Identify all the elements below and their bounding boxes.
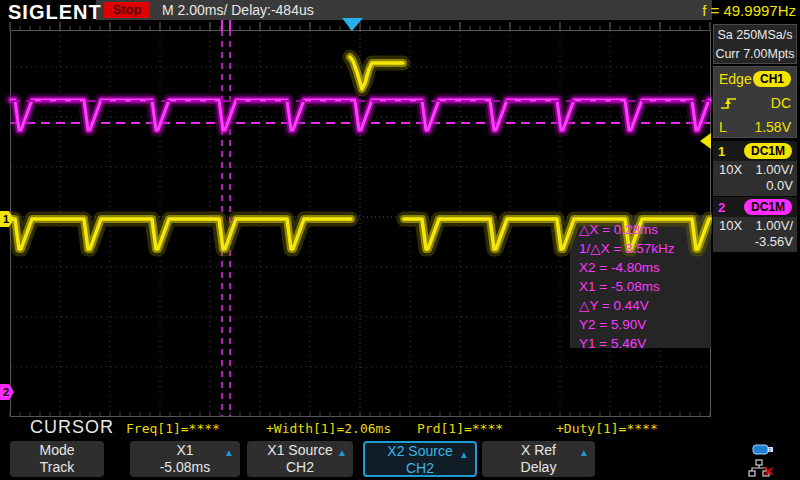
ch2-coupling-badge: DC1M [744, 199, 792, 215]
active-menu-title: CURSOR [30, 417, 114, 438]
cursor-dy: △Y = 0.44V [579, 296, 711, 315]
ch2-scale: 1.00V/ [755, 218, 793, 233]
cursor-y1: Y1 = 5.46V [579, 334, 711, 353]
cursor-x1: X1 = -5.08ms [579, 277, 711, 296]
channel-1-panel[interactable]: 1 DC1M 10X 1.00V/ 0.0V [713, 141, 797, 196]
menu-button-mode[interactable]: Mode Track [10, 441, 104, 477]
ch2-trace [11, 100, 710, 130]
trigger-type: Edge [719, 71, 752, 87]
ch2-probe: 10X [719, 218, 742, 233]
oscilloscope-screen: SIGLENT Stop M 2.00ms/ Delay:-484us f = … [0, 0, 800, 480]
svg-text:2: 2 [3, 386, 9, 398]
ch1-offset: 0.0V [766, 178, 793, 193]
meas-pduty: +Duty[1]=**** [556, 421, 658, 436]
meas-freq: Freq[1]=**** [126, 421, 220, 436]
ch2-offset: -3.56V [755, 234, 793, 249]
meas-pwidth: +Width[1]=2.06ms [266, 421, 391, 436]
ch2-offset-marker[interactable]: 2 [0, 384, 14, 400]
trigger-level-label: L [719, 119, 727, 135]
channel-2-panel[interactable]: 2 DC1M 10X 1.00V/ -3.56V [713, 197, 797, 252]
ch1-displaced-segment [350, 57, 403, 89]
menu-button-x1[interactable]: ▲ X1 -5.08ms [130, 441, 240, 477]
usb-device-icon [752, 443, 776, 456]
trigger-source-badge: CH1 [753, 71, 791, 87]
trigger-coupling: DC [771, 95, 791, 111]
cursor-y2: Y2 = 5.90V [579, 315, 711, 334]
lan-x-icon: ✕ [763, 464, 774, 479]
menu-button-x2-source[interactable]: ▲ X2 Source CH2 [363, 441, 477, 477]
ch1-number: 1 [718, 144, 725, 159]
acquisition-info: Sa 250MSa/s Curr 7.00Mpts [713, 24, 797, 64]
arrow-up-icon: ▲ [579, 444, 589, 461]
sample-rate: Sa 250MSa/s [714, 26, 796, 45]
arrow-up-icon: ▲ [337, 444, 347, 461]
cursor-dx: △X = 0.28ms [579, 220, 711, 239]
rising-edge-icon [719, 95, 739, 111]
arrow-up-icon: ▲ [224, 444, 234, 461]
ch1-scale: 1.00V/ [755, 162, 793, 177]
trigger-panel[interactable]: Edge CH1 DC L 1.58V [713, 66, 797, 138]
trigger-level-value: 1.58V [754, 119, 791, 135]
memory-depth: Curr 7.00Mpts [714, 45, 796, 64]
cursor-readout-panel: △X = 0.28ms 1/△X = 3.57kHz X2 = -4.80ms … [570, 215, 711, 348]
menu-button-x1-source[interactable]: ▲ X1 Source CH2 [247, 441, 353, 477]
trigger-level-marker[interactable] [700, 133, 711, 149]
ch1-probe: 10X [719, 162, 742, 177]
meas-period: Prd[1]=**** [417, 421, 503, 436]
arrow-up-icon: ▲ [459, 446, 469, 463]
cursor-inv-dx: 1/△X = 3.57kHz [579, 239, 711, 258]
ch2-number: 2 [718, 200, 725, 215]
ch1-coupling-badge: DC1M [744, 143, 792, 159]
svg-text:1: 1 [3, 213, 9, 225]
cursor-x2: X2 = -4.80ms [579, 258, 711, 277]
menu-button-x-ref[interactable]: ▲ X Ref Delay [482, 441, 595, 477]
